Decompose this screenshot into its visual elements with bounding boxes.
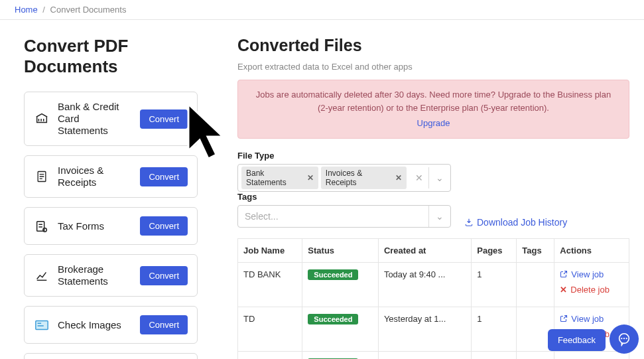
convert-button-tax[interactable]: Convert bbox=[140, 216, 188, 236]
cell-status: Succeeded bbox=[302, 262, 379, 307]
doc-label: Tax Forms bbox=[58, 220, 132, 232]
doc-type-other: Other documents Convert bbox=[24, 353, 198, 359]
tags-label: Tags bbox=[237, 192, 451, 202]
tags-placeholder: Select... bbox=[238, 211, 428, 222]
breadcrumb: Home / Convert Documents bbox=[0, 0, 644, 20]
svg-rect-3 bbox=[36, 321, 48, 329]
col-created: Created at bbox=[378, 238, 471, 262]
close-icon: ✕ bbox=[560, 285, 567, 295]
cell-job-name: Example bbox=[238, 351, 302, 359]
chip-invoices: Invoices & Receipts✕ bbox=[321, 167, 407, 189]
tax-icon bbox=[34, 218, 50, 234]
cell-job-name: TD BANK bbox=[238, 262, 302, 307]
upgrade-link[interactable]: Upgrade bbox=[250, 117, 617, 130]
convert-button-invoices[interactable]: Convert bbox=[140, 167, 188, 186]
cell-tags bbox=[517, 262, 554, 307]
chip-bank-statements: Bank Statements✕ bbox=[241, 167, 318, 189]
feedback-button[interactable]: Feedback bbox=[548, 329, 606, 351]
convert-button-bank[interactable]: Convert bbox=[140, 109, 188, 129]
check-image-icon bbox=[34, 317, 50, 333]
status-badge: Succeeded bbox=[308, 314, 358, 324]
cell-pages: 1 bbox=[472, 351, 517, 359]
chip-remove-icon[interactable]: ✕ bbox=[307, 173, 314, 182]
share-icon bbox=[560, 315, 568, 323]
doc-type-tax: Tax Forms Convert bbox=[24, 207, 198, 245]
invoice-icon bbox=[34, 169, 50, 184]
table-row: ExampleSucceededYesterday at 9:...1 View… bbox=[238, 351, 629, 359]
cell-pages: 1 bbox=[472, 262, 517, 307]
convert-button-check[interactable]: Convert bbox=[140, 315, 188, 334]
sidebar-title: Convert PDF Documents bbox=[24, 36, 198, 77]
doc-type-check: Check Images Convert bbox=[24, 306, 198, 344]
share-icon bbox=[560, 270, 568, 278]
doc-label: Check Images bbox=[58, 319, 132, 331]
download-icon bbox=[464, 218, 474, 227]
col-status: Status bbox=[302, 238, 379, 262]
cell-actions: View job✕ Delete job bbox=[554, 262, 629, 307]
breadcrumb-home[interactable]: Home bbox=[15, 5, 38, 15]
col-tags: Tags bbox=[517, 238, 554, 262]
retention-alert: Jobs are automatically deleted after 30 … bbox=[237, 80, 629, 139]
breadcrumb-separator: / bbox=[42, 5, 45, 15]
cell-status: Succeeded bbox=[302, 307, 379, 351]
doc-type-brokerage: Brokerage Statements Convert bbox=[24, 254, 198, 297]
doc-type-invoices: Invoices & Receipts Convert bbox=[24, 155, 198, 198]
svg-point-2 bbox=[43, 228, 47, 232]
brokerage-icon bbox=[34, 267, 50, 283]
tags-select[interactable]: Select... ⌄ bbox=[237, 205, 451, 228]
panel-title: Converted Files bbox=[237, 36, 629, 55]
download-job-history-link[interactable]: Download Job History bbox=[464, 217, 567, 228]
chat-icon bbox=[617, 332, 631, 346]
file-type-select[interactable]: Bank Statements✕ Invoices & Receipts✕ ✕ … bbox=[237, 164, 451, 192]
convert-button-brokerage[interactable]: Convert bbox=[140, 266, 188, 285]
table-row: TD BANKSucceededToday at 9:40 ...1 View … bbox=[238, 262, 629, 307]
cell-pages: 1 bbox=[472, 307, 517, 351]
doc-label: Brokerage Statements bbox=[58, 263, 132, 287]
view-job-link[interactable]: View job bbox=[560, 314, 623, 324]
cell-tags bbox=[517, 351, 554, 359]
status-badge: Succeeded bbox=[308, 269, 358, 280]
chat-fab[interactable] bbox=[610, 324, 639, 354]
clear-icon[interactable]: ✕ bbox=[410, 173, 428, 183]
doc-label: Invoices & Receipts bbox=[58, 165, 132, 188]
file-type-label: File Type bbox=[237, 151, 629, 161]
col-actions: Actions bbox=[554, 238, 629, 262]
chevron-down-icon[interactable]: ⌄ bbox=[428, 206, 450, 227]
doc-label: Bank & Credit Card Statements bbox=[58, 101, 132, 137]
col-pages: Pages bbox=[472, 238, 517, 262]
cell-job-name: TD bbox=[238, 307, 302, 351]
panel-subtitle: Export extracted data to Excel and other… bbox=[237, 62, 629, 72]
cell-status: Succeeded bbox=[302, 351, 379, 359]
chip-remove-icon[interactable]: ✕ bbox=[395, 173, 402, 182]
converted-files-panel: Converted Files Export extracted data to… bbox=[237, 36, 629, 359]
doc-type-bank: Bank & Credit Card Statements Convert bbox=[24, 92, 198, 146]
view-job-link[interactable]: View job bbox=[560, 269, 623, 279]
cell-created: Yesterday at 1... bbox=[378, 307, 471, 351]
chevron-down-icon[interactable]: ⌄ bbox=[428, 167, 450, 188]
alert-text: Jobs are automatically deleted after 30 … bbox=[256, 90, 611, 113]
cell-created: Today at 9:40 ... bbox=[378, 262, 471, 307]
col-job-name: Job Name bbox=[238, 238, 302, 262]
bank-icon bbox=[34, 111, 50, 127]
delete-job-link[interactable]: ✕ Delete job bbox=[560, 285, 623, 295]
breadcrumb-current: Convert Documents bbox=[50, 5, 127, 15]
convert-sidebar: Convert PDF Documents Bank & Credit Card… bbox=[24, 36, 198, 359]
cell-created: Yesterday at 9:... bbox=[378, 351, 471, 359]
